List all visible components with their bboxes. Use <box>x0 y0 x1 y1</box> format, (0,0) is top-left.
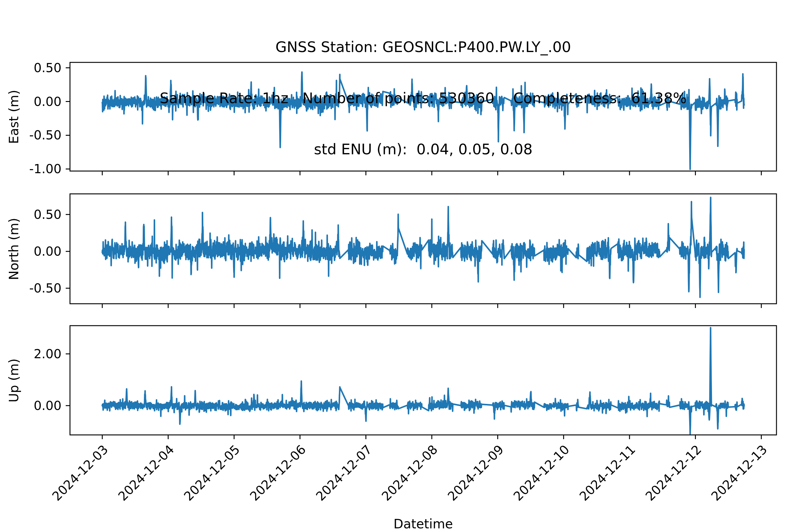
y-tick-label-east: -1.00 <box>0 160 61 178</box>
y-tick-label-north: -0.50 <box>0 279 61 297</box>
figure-title: GNSS Station: GEOSNCL:P400.PW.LY_.00 Sam… <box>70 4 777 192</box>
title-line-station: GNSS Station: GEOSNCL:P400.PW.LY_.00 <box>70 39 777 55</box>
y-tick-label-east: 0.00 <box>0 93 61 110</box>
y-tick-label-up: 0.00 <box>0 397 61 414</box>
y-tick-label-up: 2.00 <box>0 345 61 363</box>
xlabel: Datetime <box>70 516 777 531</box>
y-tick-label-east: -0.50 <box>0 126 61 144</box>
title-line-stats: Sample Rate: 1hz Number of points: 53036… <box>70 90 777 106</box>
ylabel-up: Up (m) <box>6 320 22 441</box>
y-tick-label-north: 0.50 <box>0 206 61 223</box>
gnss-timeseries-figure: GNSS Station: GEOSNCL:P400.PW.LY_.00 Sam… <box>0 0 785 532</box>
title-line-std: std ENU (m): 0.04, 0.05, 0.08 <box>70 141 777 158</box>
y-tick-label-north: 0.00 <box>0 243 61 260</box>
y-tick-label-east: 0.50 <box>0 59 61 77</box>
